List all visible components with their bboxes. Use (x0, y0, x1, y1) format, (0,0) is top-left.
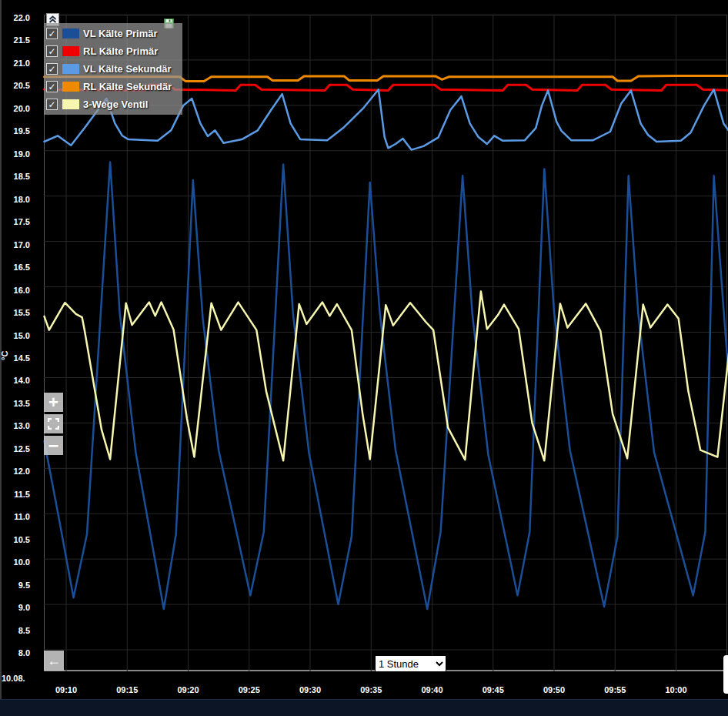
legend-swatch-rl-kaelte-sekundaer (62, 82, 79, 92)
x-axis-tick-label: 09:25 (231, 685, 268, 694)
y-axis-tick-label: 13.0 (0, 421, 30, 430)
arrow-left-icon: ← (47, 653, 61, 669)
x-axis-tick-label: 09:50 (536, 685, 573, 694)
legend-checkbox-rl-kaelte-sekundaer[interactable]: ✓ (46, 81, 58, 92)
legend-item-vl-kaelte-sekundaer: ✓VL Kälte Sekundär (46, 60, 182, 78)
minus-icon: − (48, 439, 58, 453)
y-axis-tick-label: 12.5 (0, 444, 30, 453)
legend-item-vl-kaelte-primaer: ✓VL Kälte Primär (46, 25, 182, 42)
y-axis-tick-label: 14.0 (0, 376, 30, 385)
legend-swatch-vl-kaelte-sekundaer (62, 64, 79, 74)
y-axis-tick-label: 21.0 (0, 59, 30, 68)
time-range-select[interactable]: 1 Stunde (375, 655, 446, 672)
zoom-out-button[interactable]: − (44, 436, 63, 455)
y-axis-tick-label: 12.0 (0, 467, 30, 476)
x-axis-tick-label: 10:00 (658, 685, 695, 694)
legend-checkbox-vl-kaelte-primaer[interactable]: ✓ (46, 28, 58, 39)
legend-item-rl-kaelte-sekundaer: ✓RL Kälte Sekundär (46, 78, 182, 95)
y-axis-tick-label: 9.5 (0, 580, 30, 590)
y-axis-tick-label: 18.5 (0, 172, 30, 181)
y-axis-title: °C (0, 351, 9, 360)
y-axis-tick-label: 8.5 (0, 626, 30, 635)
legend-swatch-drei-wege-ventil (62, 99, 79, 109)
legend-item-rl-kaelte-primaer: ✓RL Kälte Primär (46, 42, 182, 60)
y-axis-tick-label: 15.0 (0, 331, 30, 340)
x-axis-tick-label: 09:45 (475, 685, 512, 694)
legend-label-drei-wege-ventil: 3-Wege Ventil (83, 99, 148, 110)
legend-label-rl-kaelte-primaer: RL Kälte Primär (83, 45, 158, 57)
y-axis-tick-label: 15.5 (0, 308, 30, 317)
legend-checkbox-drei-wege-ventil[interactable]: ✓ (46, 99, 58, 110)
zoom-fit-button[interactable] (44, 414, 63, 433)
x-axis-tick-label: 09:20 (170, 685, 207, 694)
y-axis-tick-label: 16.5 (0, 263, 30, 272)
pan-left-button[interactable]: ← (44, 651, 64, 671)
y-axis-tick-label: 11.5 (0, 490, 30, 499)
y-axis-tick-label: 11.0 (0, 512, 30, 521)
y-axis-tick-label: 20.5 (0, 81, 30, 90)
pan-right-button[interactable] (723, 655, 728, 694)
legend-swatch-rl-kaelte-primaer (62, 46, 79, 56)
y-axis-tick-label: 8.0 (0, 648, 30, 657)
y-axis-tick-label: 21.5 (0, 35, 30, 45)
y-axis-tick-label: 17.5 (0, 217, 30, 226)
fit-screen-icon (48, 418, 59, 430)
zoom-in-button[interactable]: + (44, 393, 63, 412)
legend-label-vl-kaelte-primaer: VL Kälte Primär (83, 28, 158, 39)
y-axis-tick-label: 10.5 (0, 535, 30, 544)
legend-checkbox-rl-kaelte-primaer[interactable]: ✓ (46, 45, 58, 57)
y-axis-tick-label: 13.5 (0, 399, 30, 408)
legend-panel: ✓VL Kälte Primär✓RL Kälte Primär✓VL Kält… (44, 23, 182, 115)
plus-icon: + (48, 395, 58, 410)
x-axis-tick-label: 09:15 (109, 685, 145, 694)
axis-date-label: 10.08. (2, 674, 25, 683)
y-axis-tick-label: 18.0 (0, 195, 30, 204)
y-axis-tick-label: 20.0 (0, 104, 30, 113)
y-axis-tick-label: 16.0 (0, 286, 30, 295)
x-axis-tick-label: 09:55 (596, 685, 633, 694)
window-bottom-bar (0, 699, 728, 716)
legend-label-rl-kaelte-sekundaer: RL Kälte Sekundär (83, 81, 172, 92)
trend-chart-app: 22.021.521.020.520.019.519.018.518.017.5… (0, 0, 728, 716)
y-axis-tick-label: 19.0 (0, 149, 30, 159)
x-axis-tick-label: 09:10 (48, 685, 85, 694)
y-axis-tick-label: 10.0 (0, 557, 30, 567)
x-axis-tick-label: 09:35 (352, 685, 389, 694)
y-axis-tick-label: 17.0 (0, 240, 30, 249)
legend-swatch-vl-kaelte-primaer (62, 28, 79, 38)
legend-checkbox-vl-kaelte-sekundaer[interactable]: ✓ (46, 63, 58, 75)
y-axis-tick-label: 19.5 (0, 126, 30, 136)
legend-label-vl-kaelte-sekundaer: VL Kälte Sekundär (83, 63, 172, 75)
x-axis-tick-label: 09:30 (292, 685, 329, 694)
x-axis-tick-label: 09:40 (414, 685, 451, 694)
y-axis-tick-label: 22.0 (0, 13, 30, 22)
legend-item-drei-wege-ventil: ✓3-Wege Ventil (46, 95, 182, 113)
y-axis-tick-label: 9.0 (0, 603, 30, 612)
